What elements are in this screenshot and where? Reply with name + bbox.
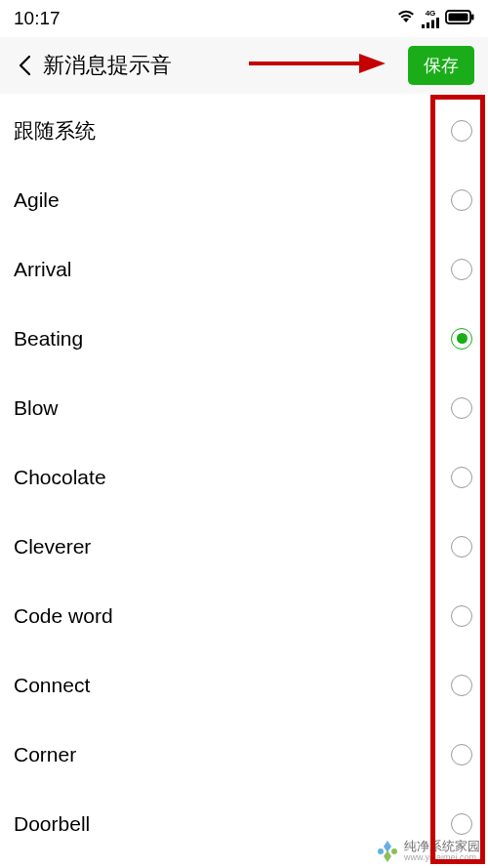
list-item[interactable]: 跟随系统 [0, 96, 488, 165]
svg-rect-5 [449, 14, 468, 21]
list-item-label: Code word [14, 604, 113, 628]
list-item[interactable]: Chocolate [0, 442, 488, 512]
radio-icon[interactable] [451, 744, 472, 765]
wifi-icon [396, 8, 416, 29]
back-icon[interactable] [14, 55, 35, 76]
network-icon: 4G [422, 10, 439, 28]
list-item[interactable]: Beating [0, 304, 488, 373]
sound-list: 跟随系统AgileArrivalBeatingBlowChocolateClev… [0, 94, 488, 858]
list-item-label: Cleverer [14, 535, 91, 558]
list-item-label: Agile [14, 188, 60, 212]
radio-icon[interactable] [451, 675, 472, 696]
radio-icon[interactable] [451, 467, 472, 488]
svg-rect-3 [436, 18, 439, 28]
svg-rect-1 [427, 22, 429, 28]
list-item-label: Arrival [14, 258, 72, 281]
save-button[interactable]: 保存 [408, 46, 474, 85]
watermark: 纯净系统家园 www.yidaimei.com [375, 839, 480, 864]
list-item-label: Chocolate [14, 466, 106, 489]
radio-icon[interactable] [451, 259, 472, 280]
list-item[interactable]: Blow [0, 373, 488, 442]
list-item[interactable]: Cleverer [0, 512, 488, 581]
list-item-label: Blow [14, 396, 59, 420]
list-item-label: Connect [14, 674, 90, 697]
page-title: 新消息提示音 [43, 51, 172, 80]
svg-point-9 [391, 848, 397, 854]
list-item[interactable]: Arrival [0, 234, 488, 304]
svg-rect-0 [422, 24, 425, 28]
list-item-label: 跟随系统 [14, 117, 96, 145]
status-time: 10:17 [14, 8, 61, 29]
radio-icon[interactable] [451, 120, 472, 142]
radio-icon[interactable] [451, 605, 472, 627]
list-item[interactable]: Code word [0, 581, 488, 650]
radio-icon[interactable] [451, 189, 472, 211]
watermark-url: www.yidaimei.com [404, 853, 480, 863]
radio-icon[interactable] [451, 813, 472, 835]
svg-point-10 [378, 848, 384, 854]
svg-rect-2 [431, 20, 434, 28]
header: 新消息提示音 保存 [0, 37, 488, 94]
list-item[interactable]: Connect [0, 650, 488, 720]
radio-selected-icon [457, 333, 468, 344]
status-icons: 4G [396, 8, 474, 29]
list-item-label: Corner [14, 743, 76, 766]
list-item[interactable]: Corner [0, 720, 488, 789]
list-item-label: Doorbell [14, 812, 90, 836]
status-bar: 10:17 4G [0, 0, 488, 37]
battery-icon [445, 8, 474, 29]
radio-icon[interactable] [451, 328, 472, 350]
list-item[interactable]: Agile [0, 165, 488, 234]
radio-icon[interactable] [451, 397, 472, 419]
watermark-title: 纯净系统家园 [404, 840, 480, 853]
list-item-label: Beating [14, 327, 83, 351]
watermark-logo-icon [375, 839, 400, 864]
svg-rect-6 [471, 15, 474, 21]
radio-icon[interactable] [451, 536, 472, 558]
